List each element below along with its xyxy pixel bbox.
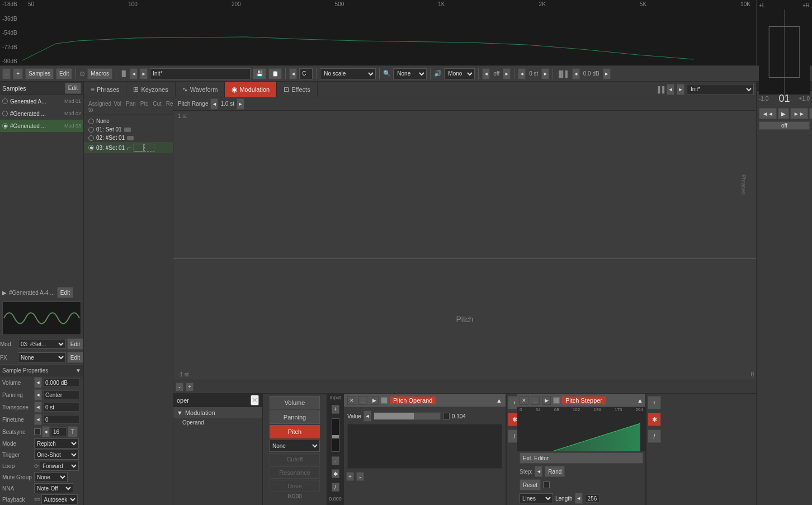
phrase-off-btn[interactable]: off [759,121,810,130]
rand-btn[interactable]: Rand [545,466,565,477]
st-arrow-right[interactable]: ► [541,68,549,79]
beatsync-left[interactable]: ◄ [42,426,50,437]
fx-edit-btn[interactable]: Edit [67,352,83,363]
assigned-none[interactable]: None [84,117,173,125]
volume-left[interactable]: ◄ [34,377,42,388]
phrase-rec-btn[interactable]: ⏺ [809,108,812,119]
pitch-minus-btn[interactable]: - [176,383,183,391]
value-cb[interactable] [443,413,450,419]
tab-init-select[interactable]: Init* [687,84,754,95]
macros-button[interactable]: Macros [87,68,112,79]
init-export-btn[interactable]: 📋 [268,68,282,79]
collapse-icon[interactable]: ▼ [75,367,81,374]
nna-select[interactable]: Note-Off [34,483,73,493]
stepper-play-btn[interactable]: ▶ [542,396,551,405]
phrase-back-btn[interactable]: ◄◄ [759,108,777,119]
off-arrow-right[interactable]: ► [503,68,511,79]
lines-select[interactable]: Lines [520,493,553,503]
assigned-set03[interactable]: 03: #Set 01 ⌐ [84,142,173,153]
st-rv-slash[interactable]: / [648,430,661,443]
sample-item-3[interactable]: #Generated ... Mod 03 [0,120,83,132]
none-type-select[interactable]: None [270,440,320,452]
input-mult-btn[interactable]: ✱ [332,469,339,478]
st-rv-plus[interactable]: + [648,396,661,409]
tab-effects[interactable]: ⊡ Effects [277,82,317,97]
db-arrow-right[interactable]: ► [603,68,611,79]
assigned-set02[interactable]: 02: #Set 01 [84,134,173,142]
operand-min-btn[interactable]: _ [358,396,367,405]
length-left[interactable]: ◄ [575,493,583,504]
st-rv-star[interactable]: ✱ [648,413,661,426]
pitch-range-left[interactable]: ◄ [210,98,218,110]
key-input[interactable] [299,68,313,79]
value-left[interactable]: ◄ [363,410,371,422]
stepper-expand-btn[interactable]: ▲ [637,397,643,404]
mod-edit-btn[interactable]: Edit [67,338,83,350]
loop-select[interactable]: Forward [40,461,79,471]
input-slider[interactable] [332,418,339,452]
operand-close-btn[interactable]: ✕ [347,396,356,405]
panning-left[interactable]: ◄ [34,389,42,400]
pitch-range-right[interactable]: ► [237,98,244,110]
finetune-left[interactable]: ◄ [34,414,42,425]
remove-button[interactable]: - [2,68,11,79]
panning-btn[interactable]: Panning [270,410,320,424]
oper-close-btn[interactable]: ✕ [251,395,259,405]
tab-init-right[interactable]: ► [677,84,684,95]
add-button[interactable]: + [13,68,23,79]
pitch-plus-btn[interactable]: + [186,383,193,391]
tab-init-left[interactable]: ◄ [667,84,674,95]
tab-waveform[interactable]: ∿ Waveform [176,82,225,97]
value-slider[interactable] [374,412,441,420]
mod-select[interactable]: 03: #Set... [18,339,66,349]
beatsync-cb[interactable] [34,428,41,435]
scale-select[interactable]: No scale [320,68,376,79]
st-arrow-left[interactable]: ◄ [518,68,526,79]
playback-select[interactable]: Autoseek [41,494,78,504]
init-save-btn[interactable]: 💾 [253,68,266,79]
transpose-left[interactable]: ◄ [34,402,42,413]
init-arrow-right[interactable]: ► [140,68,148,79]
sidebar-edit-btn[interactable]: Edit [65,83,81,94]
trigger-select[interactable]: One-Shot [34,450,79,460]
volume-btn[interactable]: Volume [270,396,320,409]
edit-button[interactable]: Edit [56,68,72,79]
stepper-min-btn[interactable]: _ [531,396,540,405]
assigned-set01[interactable]: 01: Set 01 [84,125,173,134]
reset-cb[interactable] [543,482,550,488]
fx-select[interactable]: None [18,352,66,362]
mono-select[interactable]: Mono [444,68,475,79]
pitch-btn[interactable]: Pitch [270,425,320,438]
operand-enable-cb[interactable] [381,397,388,404]
input-plus-btn[interactable]: + [332,405,339,414]
reset-btn[interactable]: Reset [520,479,541,490]
t-button[interactable]: T [68,426,78,437]
oper-operand-item[interactable]: Operand [173,418,262,427]
sample-item-1[interactable]: Generated A... Mod 01 [0,95,83,107]
tab-modulation[interactable]: ◉ Modulation [225,82,277,97]
current-edit-btn[interactable]: Edit [57,287,73,298]
tab-phrases[interactable]: ≡ Phrases [84,82,126,97]
phrase-play-btn[interactable]: ▶ [778,108,789,119]
op-minus-btn[interactable]: - [356,472,364,481]
none-select[interactable]: None [393,68,427,79]
sample-item-2[interactable]: #Generated ... Mod 02 [0,107,83,120]
operand-play-btn[interactable]: ▶ [370,396,379,405]
input-minus-btn[interactable]: - [332,456,339,465]
step-left[interactable]: ◄ [535,466,542,477]
input-div-btn[interactable]: / [332,483,339,492]
mode-select[interactable]: Repitch [34,438,79,449]
init-arrow-left[interactable]: ◄ [130,68,138,79]
off-arrow-left[interactable]: ◄ [482,68,490,79]
mute-select[interactable]: None [34,472,68,482]
tab-keyzones[interactable]: ⊞ Keyzones [126,82,175,97]
ext-editor-btn[interactable]: Ext. Editor [520,452,643,464]
key-arrow-left[interactable]: ◄ [289,68,297,79]
db-arrow-left[interactable]: ◄ [572,68,580,79]
init-input[interactable] [150,68,251,79]
stepper-close-btn[interactable]: ✕ [520,396,528,405]
samples-button[interactable]: Samples [25,68,54,79]
op-plus-btn[interactable]: + [346,472,354,481]
stepper-enable-cb[interactable] [553,397,560,404]
phrase-fwd-btn[interactable]: ►► [790,108,808,119]
